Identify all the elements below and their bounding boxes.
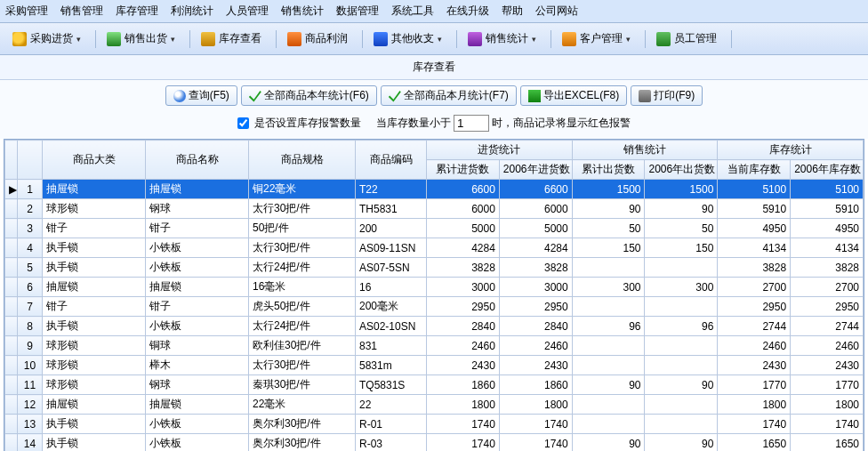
table-row[interactable]: ▶1抽屉锁抽屉锁铜22毫米T22660066001500150051005100: [5, 180, 864, 199]
toolbar-label: 其他收支: [391, 31, 434, 46]
toolbar-button[interactable]: 库存查看: [196, 28, 267, 49]
toolbar-button[interactable]: 其他收支▾: [368, 28, 447, 49]
menu-item[interactable]: 在线升级: [446, 4, 489, 17]
toolbar-label: 销售统计: [486, 31, 528, 46]
ai-check-icon: [389, 90, 401, 102]
table-row[interactable]: 13执手锁小铁板奥尔利30把/件R-011740174017401740: [5, 415, 864, 434]
filter-prefix: 当库存数量小于: [376, 117, 451, 129]
action-button[interactable]: 打印(F9): [631, 85, 703, 106]
toolbar-label: 商品利润: [305, 31, 348, 46]
table-row[interactable]: 3钳子钳子50把/件20050005000505049504950: [5, 219, 864, 238]
toolbar-button[interactable]: 销售统计▾: [462, 28, 542, 49]
menu-item[interactable]: 库存管理: [116, 4, 158, 17]
ai-excel-icon: [528, 90, 541, 102]
menu-item[interactable]: 公司网站: [535, 4, 578, 17]
ico-stats-icon: [468, 32, 482, 46]
toolbar-button[interactable]: 销售出货▾: [101, 28, 181, 49]
action-button[interactable]: 查询(F5): [165, 85, 237, 106]
col-in-year[interactable]: 2006年进货数▽: [499, 160, 572, 180]
col-group-sales[interactable]: 销售统计: [572, 141, 718, 160]
ico-stock-icon: [201, 32, 215, 46]
filter-suffix: 时，商品记录将显示红色报警: [492, 117, 631, 129]
table-row[interactable]: 9球形锁铜球欧利佳30把/件8312460246024602460: [5, 336, 864, 356]
menubar: 采购管理销售管理库存管理利润统计人员管理销售统计数据管理系统工具在线升级帮助公司…: [0, 0, 868, 23]
col-code[interactable]: 商品编码: [356, 141, 427, 180]
table-row[interactable]: 5执手锁小铁板太行24把/件AS07-5SN3828382838283828: [5, 258, 864, 278]
ico-cart-icon: [12, 32, 27, 46]
dropdown-icon[interactable]: ▾: [76, 35, 81, 44]
toolbar-button[interactable]: 员工管理: [651, 28, 722, 49]
toolbar-label: 员工管理: [674, 31, 717, 46]
ai-search-icon: [173, 90, 186, 102]
toolbar-label: 客户管理: [580, 31, 623, 46]
table-row[interactable]: 2球形锁钢球太行30把/件TH583160006000909059105910: [5, 199, 864, 219]
ico-cust-icon: [562, 32, 576, 46]
action-button[interactable]: 全部商品本年统计(F6): [241, 85, 377, 106]
toolbar-button[interactable]: 客户管理▾: [557, 28, 636, 49]
menu-item[interactable]: 数据管理: [336, 4, 379, 17]
dropdown-icon[interactable]: ▾: [171, 35, 175, 44]
table-row[interactable]: 4执手锁小铁板太行30把/件AS09-11SN42844284150150413…: [5, 238, 864, 258]
table-row[interactable]: 6抽屉锁抽屉锁16毫米163000300030030027002700: [5, 278, 864, 297]
toolbar-label: 库存查看: [219, 31, 261, 46]
menu-item[interactable]: 销售统计: [281, 4, 324, 17]
col-out-year[interactable]: 2006年出货数: [645, 160, 718, 180]
threshold-input[interactable]: [454, 115, 489, 132]
col-stock-year[interactable]: 2006年库存数: [791, 160, 864, 180]
menu-item[interactable]: 人员管理: [226, 4, 269, 17]
toolbar-button[interactable]: 采购进货▾: [7, 28, 86, 49]
menu-item[interactable]: 系统工具: [391, 4, 434, 17]
panel-title: 库存查看: [0, 55, 868, 80]
data-grid[interactable]: 商品大类 商品名称 商品规格 商品编码 进货统计 销售统计 库存统计 累计进货数…: [4, 139, 864, 451]
action-row: 查询(F5)全部商品本年统计(F6)全部商品本月统计(F7)导出EXCEL(F8…: [0, 80, 868, 111]
ico-other-icon: [374, 32, 388, 46]
table-row[interactable]: 12抽屉锁抽屉锁22毫米221800180018001800: [5, 395, 864, 415]
col-spec[interactable]: 商品规格: [249, 141, 356, 180]
action-button[interactable]: 全部商品本月统计(F7): [381, 85, 517, 106]
ico-ship-icon: [107, 32, 121, 46]
table-row[interactable]: 11球形锁钢球秦琪30把/件TQ5831S1860186090901770177…: [5, 375, 864, 395]
toolbar-label: 销售出货: [125, 31, 167, 46]
col-stock-cur[interactable]: 当前库存数: [718, 160, 791, 180]
col-group-stock[interactable]: 库存统计: [718, 141, 864, 160]
dropdown-icon[interactable]: ▾: [438, 35, 442, 44]
menu-item[interactable]: 销售管理: [60, 4, 103, 17]
col-group-purchase[interactable]: 进货统计: [427, 141, 573, 160]
menu-item[interactable]: 采购管理: [5, 4, 48, 17]
col-in-total[interactable]: 累计进货数: [427, 160, 500, 180]
toolbar: 采购进货▾销售出货▾库存查看商品利润其他收支▾销售统计▾客户管理▾员工管理: [0, 23, 868, 55]
table-row[interactable]: 8执手锁小铁板太行24把/件AS02-10SN28402840969627442…: [5, 317, 864, 336]
table-row[interactable]: 7钳子钳子虎头50把/件200毫米2950295029502950: [5, 297, 864, 317]
action-button[interactable]: 导出EXCEL(F8): [520, 85, 627, 106]
ico-staff-icon: [656, 32, 671, 46]
alarm-label: 是否设置库存报警数量: [254, 117, 361, 129]
col-name[interactable]: 商品名称: [146, 141, 249, 180]
table-row[interactable]: 14执手锁小铁板奥尔利30把/件R-0317401740909016501650: [5, 434, 864, 452]
alarm-checkbox[interactable]: [237, 117, 249, 129]
ico-profit-icon: [287, 32, 301, 46]
dropdown-icon[interactable]: ▾: [532, 35, 536, 44]
filter-row: 是否设置库存报警数量 当库存数量小于 时，商品记录将显示红色报警: [0, 111, 868, 139]
menu-item[interactable]: 利润统计: [171, 4, 213, 17]
col-category[interactable]: 商品大类: [43, 141, 146, 180]
ai-check-icon: [249, 90, 261, 102]
ai-print-icon: [639, 90, 651, 102]
dropdown-icon[interactable]: ▾: [626, 35, 631, 44]
toolbar-label: 采购进货: [30, 31, 73, 46]
table-row[interactable]: 10球形锁榉木太行30把/件5831m2430243024302430: [5, 356, 864, 375]
col-indicator: [5, 141, 18, 180]
col-out-total[interactable]: 累计出货数: [572, 160, 645, 180]
toolbar-button[interactable]: 商品利润: [282, 28, 353, 49]
col-rownum: [18, 141, 43, 180]
menu-item[interactable]: 帮助: [502, 4, 523, 17]
